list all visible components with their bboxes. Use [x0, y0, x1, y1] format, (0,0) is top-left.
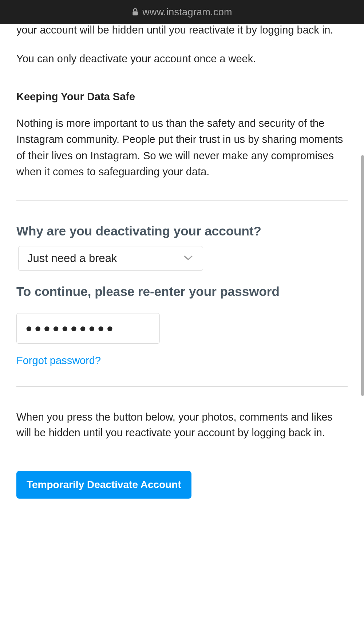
- reason-question-heading: Why are you deactivating your account?: [16, 223, 348, 239]
- section-divider-2: [16, 386, 348, 387]
- password-input[interactable]: [16, 313, 160, 344]
- section-divider: [16, 200, 348, 201]
- data-safe-heading: Keeping Your Data Safe: [16, 91, 348, 103]
- reason-select[interactable]: Just need a break: [18, 246, 203, 271]
- password-prompt-heading: To continue, please re-enter your passwo…: [16, 284, 348, 299]
- reason-select-wrapper: Just need a break: [18, 246, 203, 271]
- page-viewport: You can deactivate your account instead …: [0, 24, 364, 632]
- browser-address-bar[interactable]: www.instagram.com: [0, 0, 364, 24]
- forgot-password-link[interactable]: Forgot password?: [16, 355, 101, 367]
- lock-icon: [132, 8, 139, 16]
- svg-rect-0: [133, 11, 138, 15]
- intro-paragraph-2: You can only deactivate your account onc…: [16, 51, 348, 67]
- scrollbar-thumb[interactable]: [361, 155, 364, 396]
- intro-paragraph-1: You can deactivate your account instead …: [16, 24, 348, 38]
- temporarily-deactivate-button[interactable]: Temporarily Deactivate Account: [16, 471, 191, 499]
- scrollbar-track: [361, 24, 364, 396]
- data-safe-body: Nothing is more important to us than the…: [16, 115, 348, 180]
- address-bar-url: www.instagram.com: [142, 7, 232, 18]
- page-content: You can deactivate your account instead …: [0, 24, 364, 513]
- confirm-body-text: When you press the button below, your ph…: [16, 409, 348, 441]
